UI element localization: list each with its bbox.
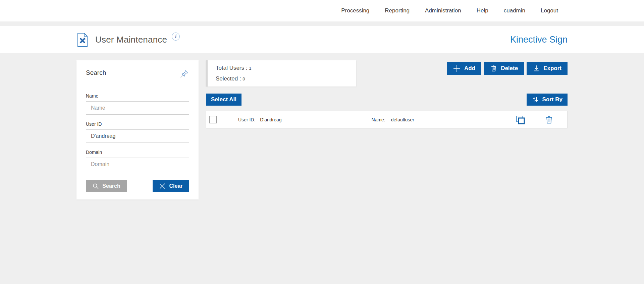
search-panel-title: Search (86, 69, 106, 76)
user-row-checkbox[interactable] (209, 116, 217, 123)
add-button[interactable]: Add (447, 62, 481, 75)
selected-count-text: Selected : 0 (216, 75, 348, 82)
page-title: User Maintenance (95, 35, 167, 45)
name-input[interactable] (86, 101, 189, 115)
sort-by-button[interactable]: Sort By (527, 94, 568, 106)
sort-by-button-label: Sort By (542, 96, 562, 103)
pin-icon[interactable] (179, 69, 189, 79)
domain-input[interactable] (86, 158, 189, 171)
add-button-label: Add (464, 65, 475, 72)
clear-button[interactable]: Clear (153, 180, 189, 192)
row-name-value: defaultuser (391, 117, 414, 122)
row-name-label: Name: (372, 117, 385, 122)
search-button-label: Search (102, 183, 120, 189)
download-icon (533, 65, 540, 72)
search-panel: Search Name User ID Domain (76, 60, 199, 200)
top-nav-bar: Processing Reporting Administration Help… (0, 0, 644, 21)
delete-button[interactable]: Delete (484, 62, 524, 75)
user-row: User ID: D'andreag Name: defaultuser (206, 111, 568, 128)
plus-icon (453, 64, 461, 72)
trash-icon (490, 65, 497, 72)
select-all-button-label: Select All (211, 96, 236, 103)
export-button-label: Export (543, 65, 561, 72)
user-list-section: Total Users : 1 Selected : 0 Add (206, 60, 568, 128)
row-user-id-value: D'andreag (260, 117, 281, 122)
row-user-id-label: User ID: (238, 117, 255, 122)
clear-button-label: Clear (169, 183, 182, 189)
brand-title: Kinective Sign (510, 35, 568, 45)
select-all-button[interactable]: Select All (206, 94, 241, 106)
user-id-label: User ID (86, 121, 189, 127)
summary-card: Total Users : 1 Selected : 0 (206, 60, 356, 87)
primary-nav: Processing Reporting Administration Help… (341, 7, 568, 14)
nav-item-processing[interactable]: Processing (341, 7, 369, 14)
info-icon[interactable]: i (172, 33, 180, 41)
nav-item-administration[interactable]: Administration (425, 7, 461, 14)
total-users-text: Total Users : 1 (216, 65, 348, 71)
nav-item-reporting[interactable]: Reporting (385, 7, 410, 14)
nav-item-logout[interactable]: Logout (541, 7, 558, 14)
export-button[interactable]: Export (527, 62, 568, 75)
nav-item-cuadmin[interactable]: cuadmin (504, 7, 525, 14)
total-users-value: 1 (249, 66, 251, 71)
search-icon (92, 183, 99, 189)
selected-count-value: 0 (243, 76, 245, 81)
search-button[interactable]: Search (86, 180, 127, 192)
clear-x-icon (159, 183, 166, 189)
row-delete-icon[interactable] (544, 115, 554, 124)
sort-arrows-icon (532, 96, 539, 103)
delete-button-label: Delete (501, 65, 518, 72)
copy-icon[interactable] (515, 114, 526, 125)
page-header: User Maintenance i Kinective Sign (0, 26, 644, 53)
user-list: User ID: D'andreag Name: defaultuser (206, 111, 568, 128)
user-id-input[interactable] (86, 129, 189, 143)
domain-label: Domain (86, 150, 189, 155)
name-label: Name (86, 93, 189, 99)
user-maintenance-document-icon (76, 33, 89, 47)
nav-item-help[interactable]: Help (477, 7, 488, 14)
